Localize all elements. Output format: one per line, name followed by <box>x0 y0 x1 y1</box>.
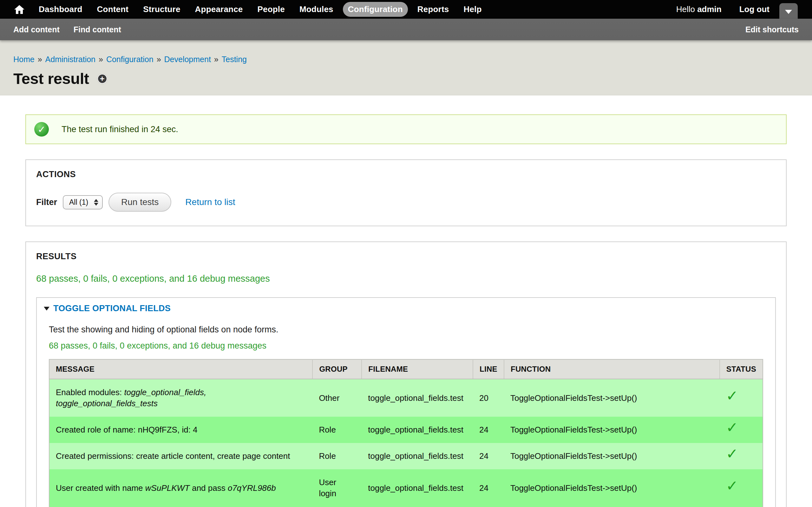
cell-function: ToggleOptionalFieldsTest->setUp() <box>504 379 720 417</box>
column-header-group: GROUP <box>312 359 362 379</box>
cell-message: Created permissions: create article cont… <box>49 443 312 469</box>
result-row: Created role of name: nHQ9fFZS, id: 4Rol… <box>49 417 763 443</box>
edit-shortcuts-link[interactable]: Edit shortcuts <box>745 25 799 34</box>
breadcrumb-link-testing[interactable]: Testing <box>222 55 247 64</box>
filter-select[interactable]: All (1) <box>63 195 103 210</box>
toolbar-nav: DashboardContentStructureAppearancePeopl… <box>34 2 487 17</box>
column-header-line: LINE <box>473 359 504 379</box>
select-stepper-icon <box>94 199 98 206</box>
results-table-header-row: MESSAGEGROUPFILENAMELINEFUNCTIONSTATUS <box>49 359 763 379</box>
nav-item-help[interactable]: Help <box>458 2 487 17</box>
shortcut-link-find-content[interactable]: Find content <box>73 25 121 34</box>
result-row: Created permissions: create article cont… <box>49 443 763 469</box>
column-header-status: STATUS <box>720 359 763 379</box>
cell-status: ✓ <box>720 379 763 417</box>
message-text-segment: Enabled modules: <box>56 388 124 397</box>
page-title: Test result <box>13 70 89 88</box>
results-heading: RESULTS <box>36 251 776 262</box>
actions-panel: ACTIONS Filter All (1) Run tests Return … <box>26 159 786 226</box>
shortcut-bar: Add contentFind content Edit shortcuts <box>0 19 812 40</box>
breadcrumb-link-configuration[interactable]: Configuration <box>106 55 154 64</box>
breadcrumb-separator: » <box>157 55 161 64</box>
results-summary: 68 passes, 0 fails, 0 exceptions, and 16… <box>36 274 776 284</box>
cell-line: 24 <box>473 417 504 443</box>
cell-message: User created with name wSuPLKWT and pass… <box>49 469 312 507</box>
status-message-text: The test run finished in 24 sec. <box>61 124 178 134</box>
cell-filename: toggle_optional_fields.test <box>362 443 473 469</box>
column-header-filename: FILENAME <box>362 359 473 379</box>
cell-function: ToggleOptionalFieldsTest->setUp() <box>504 469 720 507</box>
cell-group: Role <box>312 443 362 469</box>
main-content: ✓ The test run finished in 24 sec. ACTIO… <box>0 95 812 507</box>
cell-status: ✓ <box>720 417 763 443</box>
toolbar-account-area: Hello admin Log out <box>676 4 769 14</box>
actions-heading: ACTIONS <box>36 170 776 179</box>
message-text-segment: Created role of name: nHQ9fFZS, id: 4 <box>56 425 198 435</box>
breadcrumb-separator: » <box>99 55 103 64</box>
nav-item-people[interactable]: People <box>252 2 290 17</box>
admin-toolbar: DashboardContentStructureAppearancePeopl… <box>0 0 812 19</box>
nav-item-modules[interactable]: Modules <box>294 2 339 17</box>
cell-message: Enabled modules: toggle_optional_fields,… <box>49 379 312 417</box>
return-to-list-link[interactable]: Return to list <box>185 197 235 207</box>
logout-link[interactable]: Log out <box>740 4 769 14</box>
results-table-body: Enabled modules: toggle_optional_fields,… <box>49 379 763 507</box>
run-tests-button[interactable]: Run tests <box>108 193 171 212</box>
cell-filename: toggle_optional_fields.test <box>362 469 473 507</box>
shortcut-links: Add contentFind content <box>13 25 121 34</box>
breadcrumb-link-development[interactable]: Development <box>164 55 211 64</box>
cell-filename: toggle_optional_fields.test <box>362 379 473 417</box>
breadcrumb-link-administration[interactable]: Administration <box>45 55 96 64</box>
result-row: User created with name wSuPLKWT and pass… <box>49 469 763 507</box>
cell-group: User login <box>312 469 362 507</box>
test-fieldset: TOGGLE OPTIONAL FIELDS Test the showing … <box>36 297 776 507</box>
cell-line: 20 <box>473 379 504 417</box>
shortcut-link-add-content[interactable]: Add content <box>13 25 60 34</box>
username: admin <box>697 4 722 14</box>
message-italic-segment: wSuPLKWT <box>145 483 190 493</box>
result-row: Enabled modules: toggle_optional_fields,… <box>49 379 763 417</box>
fieldset-legend[interactable]: TOGGLE OPTIONAL FIELDS <box>44 303 763 314</box>
greeting-text: Hello admin <box>676 4 722 14</box>
nav-item-dashboard[interactable]: Dashboard <box>34 2 88 17</box>
fieldset-description: Test the showing and hiding of optional … <box>49 325 763 335</box>
fieldset-legend-link[interactable]: TOGGLE OPTIONAL FIELDS <box>53 303 171 314</box>
success-check-icon: ✓ <box>34 122 49 136</box>
cell-function: ToggleOptionalFieldsTest->setUp() <box>504 417 720 443</box>
column-header-message: MESSAGE <box>49 359 312 379</box>
breadcrumb: Home»Administration»Configuration»Develo… <box>13 55 799 64</box>
add-to-shortcuts-icon[interactable]: + <box>97 74 107 83</box>
breadcrumb-separator: » <box>38 55 42 64</box>
collapse-arrow-icon <box>44 307 49 311</box>
status-message: ✓ The test run finished in 24 sec. <box>26 114 786 144</box>
nav-item-appearance[interactable]: Appearance <box>190 2 248 17</box>
nav-item-content[interactable]: Content <box>92 2 134 17</box>
breadcrumb-separator: » <box>214 55 218 64</box>
cell-group: Role <box>312 417 362 443</box>
nav-item-structure[interactable]: Structure <box>138 2 185 17</box>
cell-status: ✓ <box>720 443 763 469</box>
cell-group: Other <box>312 379 362 417</box>
message-text-segment: Created permissions: create article cont… <box>56 451 290 461</box>
page-header: Home»Administration»Configuration»Develo… <box>0 40 812 95</box>
filter-label: Filter <box>36 198 57 207</box>
cell-line: 24 <box>473 469 504 507</box>
cell-status: ✓ <box>720 469 763 507</box>
breadcrumb-link-home[interactable]: Home <box>13 55 35 64</box>
cell-line: 24 <box>473 443 504 469</box>
nav-item-configuration[interactable]: Configuration <box>343 2 408 17</box>
message-italic-segment: o7qYRL986b <box>228 483 276 493</box>
results-panel: RESULTS 68 passes, 0 fails, 0 exceptions… <box>26 241 786 507</box>
fieldset-summary: 68 passes, 0 fails, 0 exceptions, and 16… <box>49 341 763 351</box>
filter-select-value: All (1) <box>69 198 88 207</box>
message-text-segment: and pass <box>190 483 228 493</box>
drupal-test-result-screen: DashboardContentStructureAppearancePeopl… <box>0 0 812 507</box>
caret-down-icon <box>785 10 792 14</box>
nav-item-reports[interactable]: Reports <box>412 2 454 17</box>
cell-filename: toggle_optional_fields.test <box>362 417 473 443</box>
results-table: MESSAGEGROUPFILENAMELINEFUNCTIONSTATUS E… <box>49 359 763 507</box>
home-icon[interactable] <box>14 5 25 14</box>
toolbar-toggle-button[interactable] <box>779 3 798 19</box>
message-text-segment: User created with name <box>56 483 145 493</box>
cell-function: ToggleOptionalFieldsTest->setUp() <box>504 443 720 469</box>
